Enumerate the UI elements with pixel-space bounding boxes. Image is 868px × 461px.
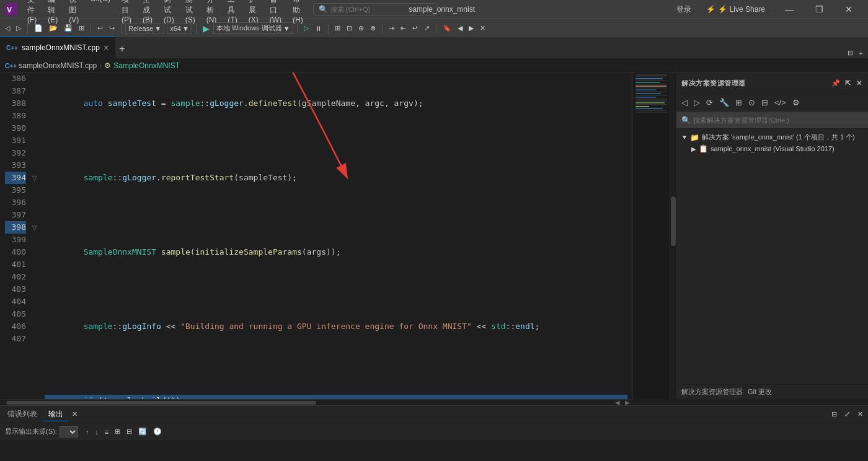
- tab-split-button[interactable]: ⊟: [845, 48, 856, 58]
- bottom-panel-icon-2[interactable]: ⤢: [842, 409, 852, 419]
- code-lines[interactable]: auto sampleTest = sample::gLogger.define…: [40, 72, 632, 399]
- panel-close-icon[interactable]: ✕: [855, 78, 864, 89]
- output-btn-3[interactable]: ≡: [102, 426, 111, 437]
- tab-label: sampleOnnxMNIST.cpp: [22, 43, 100, 52]
- output-btn-7[interactable]: 🕐: [151, 426, 164, 437]
- pause-button[interactable]: ⏸: [312, 24, 324, 33]
- redo-button[interactable]: ↪: [107, 23, 117, 33]
- tree-item-project[interactable]: ▶ 📋 sample_onnx_mnist (Visual Studio 201…: [679, 143, 866, 154]
- toolbar-btn-3[interactable]: ⊕: [356, 23, 366, 33]
- toolbar-btn-5[interactable]: ⇥: [386, 23, 397, 33]
- horiz-scroll-left[interactable]: ◀: [613, 399, 622, 406]
- output-source-select[interactable]: [60, 426, 78, 437]
- undo-button[interactable]: ↩: [95, 23, 105, 33]
- toolbar-btn-2[interactable]: ⊡: [344, 23, 355, 33]
- menu-help[interactable]: 帮助(H): [288, 0, 308, 25]
- menu-project[interactable]: 项目(P): [117, 0, 136, 25]
- code-line-393: [45, 358, 627, 370]
- bottom-panel-icon-1[interactable]: ⊟: [829, 409, 839, 419]
- menu-test[interactable]: 测试(S): [180, 0, 200, 25]
- fold-icon-394[interactable]: ▽: [32, 175, 38, 182]
- clear-bookmarks-button[interactable]: ✕: [477, 23, 488, 33]
- tree-item-solution[interactable]: ▼ 📁 解决方案 'sample_onnx_mnist' (1 个项目，共 1 …: [679, 131, 866, 143]
- toolbar-btn-8[interactable]: ↗: [422, 23, 432, 33]
- live-share-icon: ⚡: [706, 5, 715, 14]
- live-share-button[interactable]: ⚡ ⚡ Live Share: [701, 4, 770, 15]
- toolbar-btn-4[interactable]: ⊗: [368, 23, 378, 33]
- sol-show-all-btn[interactable]: ⊞: [733, 97, 745, 108]
- continue-button[interactable]: ▷: [301, 23, 311, 33]
- menu-edit[interactable]: 编辑(E): [43, 0, 63, 25]
- solution-search-input[interactable]: [693, 116, 863, 124]
- horizontal-scrollbar[interactable]: ◀ ▶: [0, 399, 632, 405]
- panel-expand-icon[interactable]: ⇱: [844, 78, 852, 89]
- menu-build[interactable]: 生成(B): [138, 0, 157, 25]
- sol-forward-btn[interactable]: ▷: [691, 97, 702, 108]
- tab-sampleonnx[interactable]: C++ sampleOnnxMNIST.cpp ×: [0, 37, 115, 58]
- solution-search[interactable]: 🔍: [676, 112, 868, 129]
- close-button[interactable]: ✕: [835, 0, 863, 19]
- output-btn-6[interactable]: 🔄: [136, 426, 149, 437]
- save-all-button[interactable]: ⊞: [76, 23, 87, 33]
- menu-analyze[interactable]: 分析(N): [202, 0, 222, 25]
- sol-properties-btn[interactable]: 🔧: [717, 97, 732, 108]
- panel-pin-icon[interactable]: 📌: [830, 78, 842, 89]
- output-close-btn[interactable]: ✕: [69, 409, 80, 419]
- menu-git[interactable]: Git(G): [85, 0, 115, 25]
- next-bookmark-button[interactable]: ▶: [466, 23, 476, 33]
- toolbar-sep-7: [382, 24, 383, 33]
- output-btn-5[interactable]: ⊟: [124, 426, 135, 437]
- login-button[interactable]: 登录: [671, 3, 696, 16]
- tab-bar: C++ sampleOnnxMNIST.cpp × + ⊟ +: [0, 37, 868, 59]
- sol-code-btn[interactable]: </>: [772, 97, 789, 108]
- code-editor[interactable]: 386 387 388 389 390 391 392 393 394 395 …: [0, 72, 676, 399]
- tab-close-all-button[interactable]: +: [857, 48, 866, 58]
- horiz-scrollbar-thumb[interactable]: [6, 401, 316, 405]
- solution-explorer-footer-link[interactable]: 解决方案资源管理器: [681, 387, 743, 397]
- bottom-tab-output[interactable]: 输出: [43, 408, 68, 421]
- new-tab-button[interactable]: +: [117, 42, 127, 58]
- bottom-tab-errors[interactable]: 错误列表: [2, 408, 42, 421]
- output-btn-2[interactable]: ↓: [92, 426, 101, 437]
- svg-text:V: V: [7, 6, 12, 14]
- restore-button[interactable]: ❐: [805, 0, 833, 19]
- menu-window[interactable]: 窗口(W): [265, 0, 286, 25]
- menu-file[interactable]: 文件(F): [22, 0, 42, 25]
- platform-arrow: ▼: [182, 25, 189, 32]
- save-button[interactable]: 💾: [61, 23, 75, 33]
- sol-back-btn[interactable]: ◁: [679, 97, 690, 108]
- git-changes-link[interactable]: Git 更改: [748, 387, 772, 397]
- new-file-button[interactable]: 📄: [32, 23, 45, 33]
- output-btn-4[interactable]: ⊞: [112, 426, 123, 437]
- sol-collapse-btn[interactable]: ⊟: [759, 97, 771, 108]
- toolbar-sep-5: [297, 24, 298, 33]
- prev-bookmark-button[interactable]: ◀: [455, 23, 465, 33]
- toolbar-btn-6[interactable]: ⇤: [398, 23, 409, 33]
- menu-tools[interactable]: 工具(T): [223, 0, 242, 25]
- tree-label-project: sample_onnx_mnist (Visual Studio 2017): [711, 145, 835, 152]
- output-btn-1[interactable]: ↑: [83, 426, 92, 437]
- debug-dropdown[interactable]: 本地 Windows 调试器 ▼: [213, 22, 293, 34]
- sol-sync-btn[interactable]: ⟳: [704, 97, 715, 108]
- forward-button[interactable]: ▷: [14, 23, 24, 33]
- vertical-scrollbar[interactable]: [670, 72, 676, 399]
- tab-close-button[interactable]: ×: [104, 43, 108, 53]
- menu-debug[interactable]: 调试(D): [159, 0, 179, 25]
- back-button[interactable]: ◁: [2, 23, 12, 33]
- menu-view[interactable]: 视图(V): [64, 0, 84, 25]
- run-button[interactable]: ▶: [200, 22, 212, 35]
- platform-dropdown[interactable]: x64 ▼: [167, 24, 192, 33]
- sol-settings-btn[interactable]: ⚙: [790, 97, 802, 108]
- bottom-panel-close[interactable]: ✕: [855, 409, 866, 419]
- toolbar-btn-7[interactable]: ↵: [410, 23, 420, 33]
- toolbar-btn-1[interactable]: ⊞: [332, 23, 343, 33]
- bookmark-button[interactable]: 🔖: [440, 23, 454, 33]
- scrollbar-thumb[interactable]: [671, 196, 676, 246]
- menu-extensions[interactable]: 扩展(X): [244, 0, 264, 25]
- configuration-dropdown[interactable]: Release ▼: [125, 24, 164, 33]
- horiz-scroll-right[interactable]: ▶: [622, 399, 632, 406]
- minimize-button[interactable]: —: [775, 0, 804, 19]
- fold-icon-398[interactable]: ▽: [32, 224, 38, 231]
- sol-refresh-btn[interactable]: ⊙: [746, 97, 758, 108]
- open-button[interactable]: 📂: [46, 23, 60, 33]
